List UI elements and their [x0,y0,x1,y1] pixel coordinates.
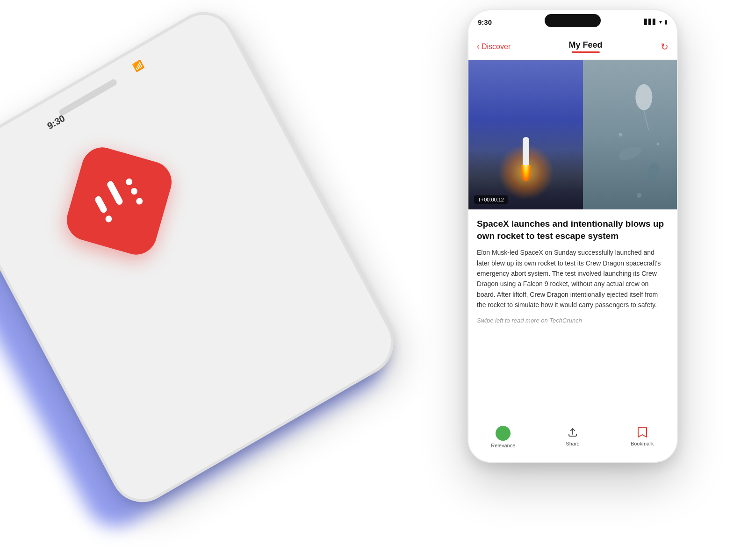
svg-rect-1 [104,215,113,223]
status-bar: 9:30 ▋▋▋ ▾ ▮ [468,10,677,34]
bookmark-icon [636,426,649,439]
svg-rect-5 [135,197,144,206]
svg-point-6 [636,84,653,110]
svg-rect-2 [106,180,124,206]
svg-point-12 [637,193,642,198]
article-body: Elon Musk-led SpaceX on Sunday successfu… [477,247,669,310]
hero-image: T+00:00:12 [468,60,677,209]
tab-bar: Relevance Share Bookmark [468,420,677,462]
rocket-scene [468,60,677,209]
scroll-content[interactable]: T+00:00:12 SpaceX launches and intention… [468,60,677,420]
svg-rect-0 [94,195,108,214]
tab-bookmark[interactable]: Bookmark [607,426,677,446]
tab-relevance[interactable]: Relevance [468,426,538,448]
relevance-icon [496,426,511,441]
bookmark-label: Bookmark [631,441,654,446]
chevron-left-icon: ‹ [477,42,480,51]
tab-share[interactable]: Share [538,426,608,446]
rocket-shape [521,137,531,181]
nav-back-label: Discover [482,43,511,51]
svg-point-9 [646,162,662,183]
nav-bar: ‹ Discover My Feed ↻ [468,34,677,60]
hero-timestamp: T+00:00:12 [474,195,508,204]
separation-svg [583,60,677,209]
app-logo-svg [85,165,153,236]
svg-rect-4 [130,187,139,196]
svg-point-8 [617,144,643,163]
rocket-flame [521,165,531,181]
nav-back-button[interactable]: ‹ Discover [477,42,511,51]
svg-point-11 [657,143,660,145]
front-phone: 9:30 ▋▋▋ ▾ ▮ ‹ Discover My Feed ↻ [468,9,678,463]
article-swipe-hint: Swipe left to read more on TechCrunch [477,317,669,324]
battery-icon: ▮ [664,19,668,25]
nav-title-underline [572,51,600,53]
rocket-body [523,137,529,165]
share-label: Share [566,441,579,446]
rocket-launch-panel [468,60,583,209]
svg-point-10 [619,133,623,136]
rocket-separation-panel [583,60,677,209]
svg-rect-3 [125,177,134,186]
wifi-icon: ▾ [659,19,662,25]
app-icon-inner [85,165,154,237]
share-icon [566,426,579,439]
nav-title: My Feed [569,40,603,50]
signal-bars-icon: ▋▋▋ [644,19,657,25]
refresh-button[interactable]: ↻ [661,41,669,52]
notch [545,14,601,27]
nav-title-area: My Feed [569,40,603,53]
article-content: SpaceX launches and intentionally blows … [468,209,677,324]
relevance-label: Relevance [491,443,515,448]
svg-line-7 [644,110,649,130]
article-title: SpaceX launches and intentionally blows … [477,218,669,242]
